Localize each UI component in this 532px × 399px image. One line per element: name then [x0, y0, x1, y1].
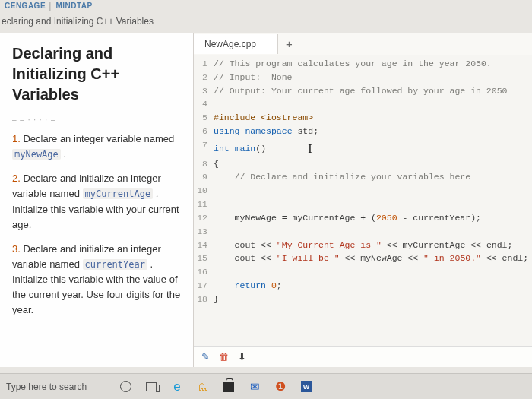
code-line[interactable]: 4: [194, 97, 532, 111]
line-number: 18: [194, 293, 214, 306]
windows-taskbar: Type here to search e 🗂 ✉ ❶ W: [0, 373, 532, 399]
code-line[interactable]: 8{: [194, 157, 532, 171]
edit-icon[interactable]: ✎: [201, 351, 210, 363]
instructions-pane: Declaring and Initializing C++ Variables…: [0, 33, 194, 367]
line-number: 5: [194, 111, 214, 125]
instruction-step: 2. Declare and initialize an integer var…: [12, 171, 184, 233]
brand-bar: CENGAGE │ MINDTAP: [0, 0, 532, 11]
code-line[interactable]: 16: [194, 265, 532, 279]
cortana-icon[interactable]: [114, 377, 137, 397]
code-line[interactable]: 5#include <iostream>: [194, 111, 532, 125]
code-line[interactable]: 15 cout << "I will be " << myNewAge << "…: [194, 252, 532, 265]
code-line[interactable]: 11: [194, 198, 532, 211]
line-number: 11: [194, 198, 214, 211]
code-line[interactable]: 10: [194, 184, 532, 198]
instruction-step: 1. Declare an integer variable named myN…: [12, 131, 184, 162]
lesson-title: Declaring and Initializing C++ Variables: [12, 43, 184, 105]
code-line[interactable]: 12 myNewAge = myCurrentAge + (2050 - cur…: [194, 211, 532, 225]
line-number: 13: [194, 225, 214, 239]
line-number: 6: [194, 125, 214, 138]
download-icon[interactable]: ⬇: [238, 351, 246, 363]
code-content[interactable]: // Declare and initialize your variables…: [214, 170, 470, 184]
line-number: 9: [194, 170, 214, 184]
code-token: currentYear: [83, 259, 147, 270]
code-content[interactable]: {: [214, 157, 219, 171]
code-content[interactable]: }: [214, 293, 219, 306]
edge-icon[interactable]: e: [166, 377, 188, 397]
code-content[interactable]: cout << "I will be " << myNewAge << " in…: [214, 252, 528, 265]
line-number: 12: [194, 211, 214, 225]
line-number: 2: [194, 71, 214, 84]
brand-right: MINDTAP: [55, 2, 92, 10]
code-content[interactable]: myNewAge = myCurrentAge + (2050 - curren…: [214, 211, 481, 225]
code-content[interactable]: return 0;: [214, 279, 282, 293]
line-number: 1: [194, 57, 214, 71]
code-line[interactable]: 17 return 0;: [194, 279, 532, 293]
line-number: 15: [194, 252, 214, 265]
divider: – – · · · · –: [12, 116, 184, 124]
code-line[interactable]: 13: [194, 225, 532, 239]
delete-icon[interactable]: 🗑: [219, 351, 229, 363]
code-token: myNewAge: [12, 149, 61, 160]
line-number: 16: [194, 265, 214, 279]
taskview-icon[interactable]: [140, 377, 163, 397]
code-line[interactable]: 6using namespace std;: [194, 125, 532, 138]
code-content[interactable]: // Input: None: [214, 71, 293, 84]
code-token: myCurrentAge: [83, 188, 154, 199]
code-content[interactable]: cout << "My Current Age is " << myCurren…: [214, 239, 512, 252]
page-subheader: eclaring and Initializing C++ Variables: [0, 11, 532, 33]
text-cursor: I: [308, 140, 312, 159]
code-content[interactable]: // Output: Your current age followed by …: [214, 84, 507, 98]
code-editor[interactable]: 1// This program calculates your age in …: [194, 55, 532, 346]
code-line[interactable]: 18}: [194, 293, 532, 306]
word-icon[interactable]: W: [295, 377, 318, 397]
code-line[interactable]: 1// This program calculates your age in …: [194, 57, 532, 71]
line-number: 8: [194, 157, 214, 171]
line-number: 10: [194, 184, 214, 198]
code-line[interactable]: 7int main() I: [194, 138, 532, 157]
code-content[interactable]: using namespace std;: [214, 125, 318, 138]
line-number: 3: [194, 84, 214, 98]
code-line[interactable]: 9 // Declare and initialize your variabl…: [194, 170, 532, 184]
taskbar-search[interactable]: Type here to search: [5, 382, 111, 392]
code-line[interactable]: 3// Output: Your current age followed by…: [194, 84, 532, 98]
tab-file[interactable]: NewAge.cpp: [194, 34, 278, 54]
line-number: 7: [194, 138, 214, 157]
brand-left: CENGAGE: [5, 2, 46, 10]
code-line[interactable]: 2// Input: None: [194, 71, 532, 84]
tab-add[interactable]: +: [278, 34, 300, 53]
editor-pane: NewAge.cpp + 1// This program calculates…: [194, 33, 532, 367]
code-content[interactable]: // This program calculates your age in t…: [214, 57, 492, 71]
code-content[interactable]: int main() I: [214, 138, 312, 157]
code-content[interactable]: #include <iostream>: [214, 111, 313, 125]
editor-toolbar: ✎ 🗑 ⬇: [194, 346, 532, 367]
file-explorer-icon[interactable]: 🗂: [192, 377, 214, 397]
main-area: Declaring and Initializing C++ Variables…: [0, 33, 532, 367]
line-number: 17: [194, 279, 214, 293]
instruction-step: 3. Declare and initialize an integer var…: [12, 242, 184, 318]
code-line[interactable]: 14 cout << "My Current Age is " << myCur…: [194, 239, 532, 252]
line-number: 14: [194, 239, 214, 252]
store-icon[interactable]: [217, 377, 240, 397]
editor-tabs: NewAge.cpp +: [194, 33, 532, 55]
mail-icon[interactable]: ✉: [243, 377, 266, 397]
security-icon[interactable]: ❶: [269, 377, 292, 397]
line-number: 4: [194, 97, 214, 111]
